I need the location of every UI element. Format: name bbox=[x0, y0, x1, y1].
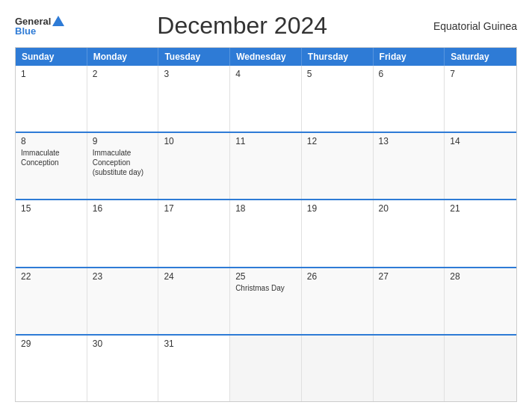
day-header-friday: Friday bbox=[374, 48, 445, 66]
day-cell: 5 bbox=[302, 66, 374, 132]
day-number: 28 bbox=[450, 271, 511, 282]
day-number: 31 bbox=[164, 339, 224, 349]
day-number: 2 bbox=[93, 69, 153, 79]
day-number: 23 bbox=[93, 271, 153, 282]
day-number: 25 bbox=[235, 271, 296, 282]
day-cell: 15 bbox=[16, 200, 87, 266]
day-cell: 25Christmas Day bbox=[230, 268, 302, 334]
day-number: 8 bbox=[21, 136, 81, 146]
day-cell: 14 bbox=[445, 133, 516, 199]
day-number: 24 bbox=[164, 271, 224, 282]
day-cell: 20 bbox=[374, 200, 445, 266]
day-cell bbox=[374, 336, 445, 401]
event-label: Immaculate Conception (substitute day) bbox=[93, 148, 153, 177]
logo: General Blue bbox=[15, 16, 64, 36]
day-header-sunday: Sunday bbox=[16, 48, 87, 66]
day-cell: 29 bbox=[16, 336, 87, 401]
day-cell: 23 bbox=[87, 268, 159, 334]
logo-blue: Blue bbox=[15, 26, 64, 36]
day-cell: 8Immaculate Conception bbox=[16, 133, 87, 199]
day-cell: 11 bbox=[230, 133, 302, 199]
day-number: 30 bbox=[93, 339, 153, 349]
day-cell: 4 bbox=[230, 66, 302, 132]
week-row-1: 1234567 bbox=[16, 66, 516, 132]
day-number: 21 bbox=[450, 203, 511, 214]
day-cell: 28 bbox=[445, 268, 516, 334]
day-header-monday: Monday bbox=[87, 48, 159, 66]
logo-block: General Blue bbox=[15, 16, 64, 36]
event-label: Christmas Day bbox=[235, 283, 296, 293]
day-header-saturday: Saturday bbox=[445, 48, 516, 66]
day-number: 1 bbox=[21, 69, 81, 79]
day-cell: 26 bbox=[302, 268, 374, 334]
day-number: 4 bbox=[235, 69, 296, 79]
day-number: 29 bbox=[21, 339, 81, 349]
event-label: Immaculate Conception bbox=[21, 148, 81, 167]
day-cell: 21 bbox=[445, 200, 516, 266]
page-title: December 2024 bbox=[64, 12, 420, 40]
day-number: 18 bbox=[235, 203, 296, 214]
day-number: 17 bbox=[164, 203, 224, 214]
day-number: 12 bbox=[307, 136, 368, 146]
days-header: SundayMondayTuesdayWednesdayThursdayFrid… bbox=[16, 48, 516, 66]
day-number: 22 bbox=[21, 271, 81, 282]
week-row-2: 8Immaculate Conception9Immaculate Concep… bbox=[16, 132, 516, 199]
day-number: 3 bbox=[164, 69, 224, 79]
day-number: 14 bbox=[450, 136, 511, 146]
day-number: 9 bbox=[93, 136, 153, 146]
calendar-page: General Blue December 2024 Equatorial Gu… bbox=[0, 0, 532, 411]
day-cell bbox=[445, 336, 516, 401]
day-number: 19 bbox=[307, 203, 368, 214]
day-number: 20 bbox=[379, 203, 439, 214]
week-row-5: 293031 bbox=[16, 334, 516, 401]
day-number: 27 bbox=[379, 271, 439, 282]
day-header-thursday: Thursday bbox=[302, 48, 374, 66]
day-number: 10 bbox=[164, 136, 224, 146]
day-cell bbox=[302, 336, 374, 401]
day-number: 7 bbox=[450, 69, 511, 79]
day-cell: 27 bbox=[374, 268, 445, 334]
day-number: 13 bbox=[379, 136, 439, 146]
header: General Blue December 2024 Equatorial Gu… bbox=[15, 12, 517, 40]
day-number: 16 bbox=[93, 203, 153, 214]
weeks: 12345678Immaculate Conception9Immaculate… bbox=[16, 66, 516, 401]
day-number: 11 bbox=[235, 136, 296, 146]
day-cell: 18 bbox=[230, 200, 302, 266]
day-cell: 13 bbox=[374, 133, 445, 199]
day-cell: 17 bbox=[158, 200, 230, 266]
calendar: SundayMondayTuesdayWednesdayThursdayFrid… bbox=[15, 47, 517, 402]
day-header-wednesday: Wednesday bbox=[230, 48, 302, 66]
day-cell: 2 bbox=[87, 66, 159, 132]
day-cell: 9Immaculate Conception (substitute day) bbox=[87, 133, 159, 199]
day-cell: 3 bbox=[158, 66, 230, 132]
day-header-tuesday: Tuesday bbox=[158, 48, 230, 66]
day-cell: 24 bbox=[158, 268, 230, 334]
day-cell: 1 bbox=[16, 66, 87, 132]
day-cell: 12 bbox=[302, 133, 374, 199]
day-cell bbox=[230, 336, 302, 401]
day-cell: 31 bbox=[158, 336, 230, 401]
day-cell: 7 bbox=[445, 66, 516, 132]
week-row-3: 15161718192021 bbox=[16, 199, 516, 266]
logo-triangle-icon bbox=[52, 16, 64, 26]
day-cell: 19 bbox=[302, 200, 374, 266]
week-row-4: 22232425Christmas Day262728 bbox=[16, 267, 516, 334]
day-number: 6 bbox=[379, 69, 439, 79]
day-cell: 22 bbox=[16, 268, 87, 334]
logo-row1: General bbox=[15, 16, 64, 26]
day-cell: 10 bbox=[158, 133, 230, 199]
day-number: 15 bbox=[21, 203, 81, 214]
country-label: Equatorial Guinea bbox=[420, 20, 517, 32]
logo-general: General bbox=[15, 16, 51, 26]
day-cell: 6 bbox=[374, 66, 445, 132]
day-cell: 30 bbox=[87, 336, 159, 401]
day-number: 5 bbox=[307, 69, 368, 79]
day-cell: 16 bbox=[87, 200, 159, 266]
day-number: 26 bbox=[307, 271, 368, 282]
